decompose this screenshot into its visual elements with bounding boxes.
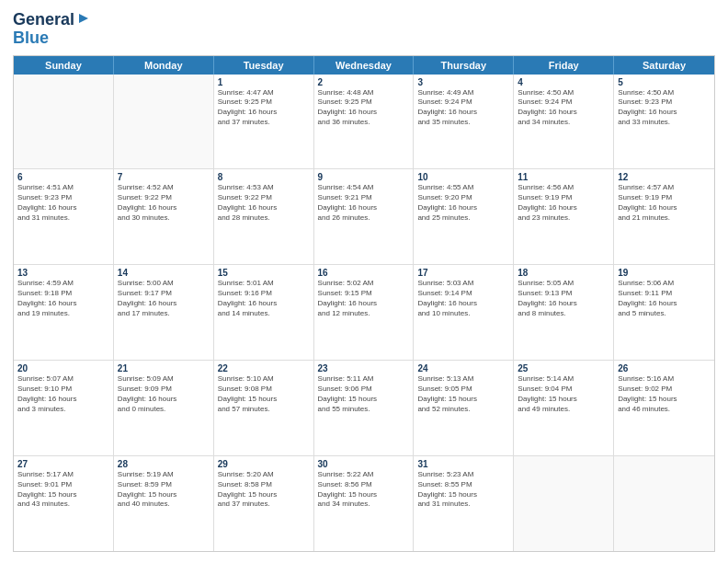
header-day-sunday: Sunday (14, 56, 114, 75)
calendar-day-4: 4Sunrise: 4:50 AMSunset: 9:24 PMDaylight… (514, 75, 614, 169)
day-info: Sunrise: 5:02 AMSunset: 9:15 PMDaylight:… (318, 279, 410, 318)
calendar-week-2: 6Sunrise: 4:51 AMSunset: 9:23 PMDaylight… (14, 169, 714, 265)
day-info: Sunrise: 5:03 AMSunset: 9:14 PMDaylight:… (417, 279, 509, 318)
calendar-empty-cell (614, 456, 714, 551)
header-day-tuesday: Tuesday (214, 56, 314, 75)
day-number: 18 (518, 268, 609, 278)
calendar-day-30: 30Sunrise: 5:22 AMSunset: 8:56 PMDayligh… (314, 456, 415, 551)
calendar-day-19: 19Sunrise: 5:06 AMSunset: 9:11 PMDayligh… (614, 265, 714, 360)
day-info: Sunrise: 5:11 AMSunset: 9:06 PMDaylight:… (318, 374, 410, 414)
day-number: 13 (17, 268, 109, 278)
day-number: 17 (417, 268, 509, 278)
day-info: Sunrise: 4:50 AMSunset: 9:24 PMDaylight:… (518, 88, 609, 128)
calendar-empty-cell (114, 75, 214, 169)
calendar-day-20: 20Sunrise: 5:07 AMSunset: 9:10 PMDayligh… (14, 361, 114, 455)
calendar-week-3: 13Sunrise: 4:59 AMSunset: 9:18 PMDayligh… (14, 265, 714, 361)
day-info: Sunrise: 4:59 AMSunset: 9:18 PMDaylight:… (17, 279, 109, 318)
day-number: 12 (618, 172, 711, 182)
calendar-day-11: 11Sunrise: 4:56 AMSunset: 9:19 PMDayligh… (514, 169, 614, 264)
calendar-day-8: 8Sunrise: 4:53 AMSunset: 9:22 PMDaylight… (214, 169, 314, 264)
calendar-day-13: 13Sunrise: 4:59 AMSunset: 9:18 PMDayligh… (14, 265, 114, 360)
calendar-day-14: 14Sunrise: 5:00 AMSunset: 9:17 PMDayligh… (114, 265, 214, 360)
calendar-day-17: 17Sunrise: 5:03 AMSunset: 9:14 PMDayligh… (414, 265, 514, 360)
day-number: 30 (318, 459, 410, 469)
day-number: 23 (318, 363, 410, 373)
day-number: 8 (218, 172, 310, 182)
day-info: Sunrise: 5:23 AMSunset: 8:55 PMDaylight:… (417, 470, 509, 510)
day-number: 9 (318, 172, 410, 182)
day-info: Sunrise: 4:47 AMSunset: 9:25 PMDaylight:… (218, 88, 310, 128)
calendar: SundayMondayTuesdayWednesdayThursdayFrid… (13, 55, 715, 552)
calendar-day-23: 23Sunrise: 5:11 AMSunset: 9:06 PMDayligh… (314, 361, 415, 455)
day-number: 4 (518, 77, 609, 87)
calendar-day-22: 22Sunrise: 5:10 AMSunset: 9:08 PMDayligh… (214, 361, 314, 455)
day-info: Sunrise: 4:50 AMSunset: 9:23 PMDaylight:… (618, 88, 711, 128)
day-info: Sunrise: 5:05 AMSunset: 9:13 PMDaylight:… (518, 279, 609, 318)
calendar-day-27: 27Sunrise: 5:17 AMSunset: 9:01 PMDayligh… (14, 456, 114, 551)
calendar-day-28: 28Sunrise: 5:19 AMSunset: 8:59 PMDayligh… (114, 456, 214, 551)
day-number: 7 (118, 172, 210, 182)
logo-blue: Blue (13, 29, 49, 48)
day-info: Sunrise: 5:16 AMSunset: 9:02 PMDaylight:… (618, 374, 711, 414)
day-number: 22 (218, 363, 310, 373)
header-day-wednesday: Wednesday (314, 56, 415, 75)
day-info: Sunrise: 5:19 AMSunset: 8:59 PMDaylight:… (118, 470, 210, 510)
day-info: Sunrise: 4:55 AMSunset: 9:20 PMDaylight:… (417, 183, 509, 223)
logo-general: General (13, 11, 74, 29)
day-number: 6 (17, 172, 109, 182)
calendar-week-1: 1Sunrise: 4:47 AMSunset: 9:25 PMDaylight… (14, 75, 714, 170)
logo-arrow-icon (77, 12, 90, 29)
calendar-empty-cell (14, 75, 114, 169)
day-number: 15 (218, 268, 310, 278)
day-number: 5 (618, 77, 711, 87)
calendar-day-6: 6Sunrise: 4:51 AMSunset: 9:23 PMDaylight… (14, 169, 114, 264)
day-number: 26 (618, 363, 711, 373)
day-info: Sunrise: 5:01 AMSunset: 9:16 PMDaylight:… (218, 279, 310, 318)
day-info: Sunrise: 5:10 AMSunset: 9:08 PMDaylight:… (218, 374, 310, 414)
day-number: 28 (118, 459, 210, 469)
header: General Blue (13, 11, 715, 48)
day-info: Sunrise: 5:07 AMSunset: 9:10 PMDaylight:… (17, 374, 109, 414)
calendar-day-15: 15Sunrise: 5:01 AMSunset: 9:16 PMDayligh… (214, 265, 314, 360)
day-number: 19 (618, 268, 711, 278)
day-info: Sunrise: 5:14 AMSunset: 9:04 PMDaylight:… (518, 374, 609, 414)
calendar-day-9: 9Sunrise: 4:54 AMSunset: 9:21 PMDaylight… (314, 169, 415, 264)
day-info: Sunrise: 5:22 AMSunset: 8:56 PMDaylight:… (318, 470, 410, 510)
day-number: 20 (17, 363, 109, 373)
header-day-thursday: Thursday (414, 56, 514, 75)
header-day-saturday: Saturday (614, 56, 714, 75)
day-info: Sunrise: 4:53 AMSunset: 9:22 PMDaylight:… (218, 183, 310, 223)
day-info: Sunrise: 4:52 AMSunset: 9:22 PMDaylight:… (118, 183, 210, 223)
header-day-monday: Monday (114, 56, 214, 75)
calendar-day-3: 3Sunrise: 4:49 AMSunset: 9:24 PMDaylight… (414, 75, 514, 169)
day-number: 24 (417, 363, 509, 373)
calendar-header: SundayMondayTuesdayWednesdayThursdayFrid… (14, 56, 714, 75)
day-number: 16 (318, 268, 410, 278)
day-info: Sunrise: 5:13 AMSunset: 9:05 PMDaylight:… (417, 374, 509, 414)
day-number: 14 (118, 268, 210, 278)
calendar-day-31: 31Sunrise: 5:23 AMSunset: 8:55 PMDayligh… (414, 456, 514, 551)
day-number: 3 (417, 77, 509, 87)
calendar-day-10: 10Sunrise: 4:55 AMSunset: 9:20 PMDayligh… (414, 169, 514, 264)
day-number: 31 (417, 459, 509, 469)
day-number: 11 (518, 172, 609, 182)
day-info: Sunrise: 5:06 AMSunset: 9:11 PMDaylight:… (618, 279, 711, 318)
day-number: 10 (417, 172, 509, 182)
day-number: 25 (518, 363, 609, 373)
calendar-day-18: 18Sunrise: 5:05 AMSunset: 9:13 PMDayligh… (514, 265, 614, 360)
day-info: Sunrise: 4:56 AMSunset: 9:19 PMDaylight:… (518, 183, 609, 223)
calendar-day-7: 7Sunrise: 4:52 AMSunset: 9:22 PMDaylight… (114, 169, 214, 264)
day-info: Sunrise: 4:57 AMSunset: 9:19 PMDaylight:… (618, 183, 711, 223)
day-number: 1 (218, 77, 310, 87)
day-info: Sunrise: 4:49 AMSunset: 9:24 PMDaylight:… (417, 88, 509, 128)
calendar-day-21: 21Sunrise: 5:09 AMSunset: 9:09 PMDayligh… (114, 361, 214, 455)
day-info: Sunrise: 5:20 AMSunset: 8:58 PMDaylight:… (218, 470, 310, 510)
calendar-day-25: 25Sunrise: 5:14 AMSunset: 9:04 PMDayligh… (514, 361, 614, 455)
calendar-day-29: 29Sunrise: 5:20 AMSunset: 8:58 PMDayligh… (214, 456, 314, 551)
calendar-day-24: 24Sunrise: 5:13 AMSunset: 9:05 PMDayligh… (414, 361, 514, 455)
calendar-day-1: 1Sunrise: 4:47 AMSunset: 9:25 PMDaylight… (214, 75, 314, 169)
calendar-week-4: 20Sunrise: 5:07 AMSunset: 9:10 PMDayligh… (14, 361, 714, 456)
calendar-day-12: 12Sunrise: 4:57 AMSunset: 9:19 PMDayligh… (614, 169, 714, 264)
calendar-day-26: 26Sunrise: 5:16 AMSunset: 9:02 PMDayligh… (614, 361, 714, 455)
calendar-day-5: 5Sunrise: 4:50 AMSunset: 9:23 PMDaylight… (614, 75, 714, 169)
